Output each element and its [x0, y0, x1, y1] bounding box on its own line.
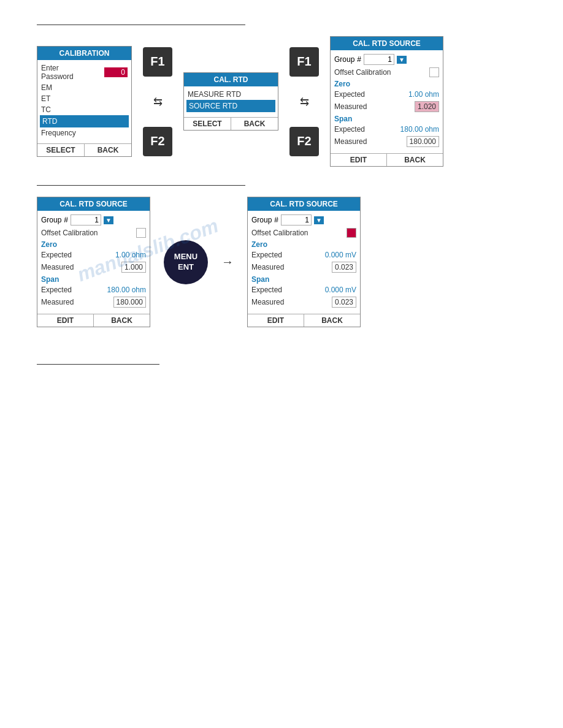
span-expected-row-1: Expected 180.00 ohm [334, 124, 439, 135]
zero-measured-input-left[interactable]: 1.000 [121, 262, 146, 273]
enter-password-label: EnterPassword [41, 64, 104, 81]
zero-expected-label-right: Expected [251, 251, 325, 259]
et-label: ET [41, 94, 128, 103]
rtd-source-edit-btn-1[interactable]: EDIT [331, 154, 386, 166]
zero-title-left: Zero [41, 239, 146, 249]
zero-expected-value-right: 0.000 mV [325, 251, 356, 259]
group-label-right: Group [251, 216, 272, 224]
cal-rtd-source-body-1: Group # ▼ Offset Calibration Zero Expect… [331, 50, 443, 151]
zero-measured-row-left: Measured 1.000 [41, 260, 146, 274]
rtd-source-edit-btn-left[interactable]: EDIT [37, 314, 93, 327]
rtd-source-edit-btn-right[interactable]: EDIT [248, 314, 304, 327]
cal-rtd-source-screen-1: CAL. RTD SOURCE Group # ▼ Offset Calibra… [330, 36, 443, 167]
group-input-1[interactable] [364, 54, 394, 65]
f2-button-2[interactable]: F2 [289, 127, 319, 156]
zero-expected-row-right: Expected 0.000 mV [251, 249, 356, 260]
offset-cal-label-left: Offset Calibration [41, 229, 134, 237]
span-expected-value-left: 180.00 ohm [107, 286, 146, 294]
group-dropdown-left[interactable]: ▼ [104, 216, 113, 224]
span-measured-row-right: Measured 0.023 [251, 295, 356, 309]
group-hash-1: # [357, 55, 361, 64]
section2-right-arrow: → [221, 255, 234, 269]
f1-button-1[interactable]: F1 [143, 47, 172, 77]
group-label-1: Group [334, 55, 354, 64]
calibration-screen: CALIBRATION EnterPassword 0 EM ET TC RTD [37, 46, 132, 157]
span-measured-input-1[interactable]: 180.000 [407, 136, 439, 147]
group-label-left: Group [41, 216, 61, 224]
zero-measured-input-1[interactable]: 1.020 [415, 101, 439, 112]
span-measured-row-left: Measured 180.000 [41, 295, 146, 309]
span-measured-label-left: Measured [41, 298, 113, 306]
cal-rtd-header: CAL. RTD [184, 73, 278, 86]
calibration-back-btn[interactable]: BACK [84, 144, 131, 156]
menu-label: MENU [174, 252, 197, 262]
cal-rtd-footer: SELECT BACK [184, 117, 278, 130]
rtd-source-back-btn-1[interactable]: BACK [386, 154, 443, 166]
zero-expected-value-left: 1.00 ohm [115, 251, 146, 259]
zero-title-1: Zero [334, 78, 439, 89]
span-title-right: Span [251, 274, 356, 284]
span-expected-label-right: Expected [251, 286, 325, 294]
f1f2-buttons-group1: F1 ⇆ F2 [143, 47, 172, 156]
span-measured-input-right[interactable]: 0.023 [332, 297, 356, 308]
group-row-left: Group # ▼ [41, 213, 146, 227]
span-measured-label-1: Measured [334, 137, 407, 146]
zero-expected-label-1: Expected [334, 90, 408, 99]
zero-measured-label-right: Measured [251, 263, 332, 271]
cal-rtd-source-header-left: CAL. RTD SOURCE [37, 197, 150, 211]
offset-cal-label-right: Offset Calibration [251, 229, 344, 237]
section1-screens-row: CALIBRATION EnterPassword 0 EM ET TC RTD [37, 36, 526, 167]
offset-cal-checkbox-left[interactable] [136, 228, 146, 238]
span-expected-row-left: Expected 180.00 ohm [41, 284, 146, 295]
zero-measured-label-left: Measured [41, 263, 121, 271]
span-measured-row-1: Measured 180.000 [334, 135, 439, 148]
calibration-body: EnterPassword 0 EM ET TC RTD Frequency [37, 60, 131, 141]
span-title-left: Span [41, 274, 146, 284]
zero-expected-row-1: Expected 1.00 ohm [334, 89, 439, 100]
measure-rtd-row: MEASURE RTD [188, 89, 274, 100]
source-rtd-row[interactable]: SOURCE RTD [186, 100, 275, 112]
bottom-line-1 [37, 364, 159, 365]
zero-title-right: Zero [251, 239, 356, 249]
frequency-label: Frequency [41, 129, 128, 137]
cal-rtd-source-footer-1: EDIT BACK [331, 153, 443, 166]
group-dropdown-right[interactable]: ▼ [314, 216, 324, 224]
cal-rtd-screen: CAL. RTD MEASURE RTD SOURCE RTD SELECT B… [183, 72, 278, 131]
section2-line [37, 185, 245, 186]
offset-cal-checkbox-right[interactable] [347, 228, 356, 238]
zero-measured-row-1: Measured 1.020 [334, 100, 439, 113]
et-row: ET [41, 93, 128, 104]
cal-rtd-back-btn[interactable]: BACK [231, 118, 278, 130]
frequency-row: Frequency [41, 127, 128, 138]
f1f2-buttons-group2: F1 ⇆ F2 [289, 47, 319, 156]
rtd-source-back-btn-right[interactable]: BACK [304, 314, 360, 327]
group-row-right: Group # ▼ [251, 213, 356, 227]
offset-cal-checkbox-1[interactable] [429, 67, 439, 77]
cal-rtd-source-screen-right: CAL. RTD SOURCE Group # ▼ Offset Calibra… [247, 197, 361, 327]
group-input-left[interactable] [71, 214, 101, 226]
group-hash-left: # [64, 216, 68, 224]
f1-button-2[interactable]: F1 [289, 47, 319, 77]
menu-ent-button[interactable]: MENU ENT [164, 240, 208, 284]
group-dropdown-1[interactable]: ▼ [397, 56, 407, 64]
rtd-source-back-btn-left[interactable]: BACK [93, 314, 150, 327]
enter-password-input[interactable]: 0 [104, 67, 128, 77]
span-expected-row-right: Expected 0.000 mV [251, 284, 356, 295]
rtd-row-selected[interactable]: RTD [40, 115, 129, 127]
em-label: EM [41, 83, 128, 92]
group-hash-right: # [274, 216, 278, 224]
source-rtd-label: SOURCE RTD [189, 102, 273, 110]
group-input-right[interactable] [281, 214, 312, 226]
calibration-header: CALIBRATION [37, 47, 131, 60]
f2-button-1[interactable]: F2 [143, 127, 172, 156]
span-measured-input-left[interactable]: 180.000 [113, 297, 146, 308]
zero-measured-input-right[interactable]: 0.023 [332, 262, 356, 273]
span-measured-label-right: Measured [251, 298, 332, 306]
group-row-1: Group # ▼ [334, 53, 439, 66]
calibration-select-btn[interactable]: SELECT [37, 144, 84, 156]
offset-cal-row-left: Offset Calibration [41, 227, 146, 239]
section1-line [37, 25, 245, 25]
cal-rtd-source-body-right: Group # ▼ Offset Calibration Zero Expect… [248, 211, 360, 311]
span-expected-label-left: Expected [41, 286, 107, 294]
cal-rtd-select-btn[interactable]: SELECT [184, 118, 231, 130]
